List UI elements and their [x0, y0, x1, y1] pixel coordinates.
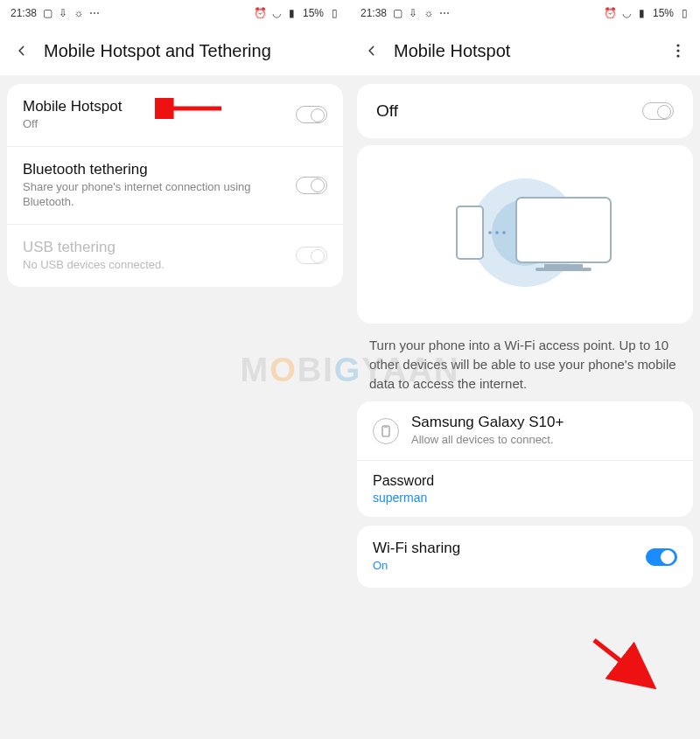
mobile-hotspot-row[interactable]: Mobile Hotspot Off — [7, 84, 343, 147]
chevron-left-icon — [16, 45, 28, 57]
screen-left: 21:38 ▢ ⇩ ☼ ⋯ ⏰ ◡ ▮ 15% ▯ Mobile Hotspot… — [0, 0, 350, 739]
svg-point-7 — [488, 231, 492, 234]
image-icon: ▢ — [392, 8, 402, 18]
battery-percent: 15% — [653, 7, 674, 19]
password-value: superman — [373, 491, 677, 505]
master-switch-row[interactable]: Off — [357, 84, 693, 138]
device-icon — [373, 418, 399, 444]
weather-icon: ☼ — [74, 8, 84, 18]
master-switch-toggle[interactable] — [642, 102, 674, 120]
row-subtitle: Share your phone's internet connection u… — [23, 180, 296, 210]
more-vert-icon — [676, 44, 680, 58]
svg-rect-6 — [457, 206, 483, 259]
download-icon: ⇩ — [408, 8, 418, 18]
weather-icon: ☼ — [424, 8, 434, 18]
wifi-icon: ◡ — [621, 8, 632, 18]
alarm-icon: ⏰ — [256, 8, 266, 18]
chevron-left-icon — [366, 45, 378, 57]
svg-line-14 — [594, 640, 649, 684]
row-title: Mobile Hotspot — [23, 98, 296, 115]
hotspot-description: Turn your phone into a Wi-Fi access poin… — [369, 336, 681, 393]
svg-rect-11 — [544, 264, 583, 268]
row-subtitle: On — [373, 559, 646, 574]
statusbar-time: 21:38 — [10, 7, 37, 19]
titlebar: Mobile Hotspot — [350, 26, 700, 75]
svg-point-3 — [676, 54, 679, 57]
battery-icon: ▯ — [679, 8, 690, 18]
more-icon: ⋯ — [439, 8, 450, 18]
mobile-hotspot-toggle[interactable] — [296, 106, 327, 123]
download-icon: ⇩ — [58, 8, 68, 18]
device-name: Samsung Galaxy S10+ — [411, 414, 677, 431]
settings-card: Mobile Hotspot Off Bluetooth tethering S… — [7, 84, 343, 287]
svg-point-1 — [676, 44, 679, 46]
annotation-arrow — [586, 632, 665, 695]
device-sub: Allow all devices to connect. — [411, 433, 677, 448]
battery-icon: ▯ — [329, 8, 340, 18]
statusbar: 21:38 ▢ ⇩ ☼ ⋯ ⏰ ◡ ▮ 15% ▯ — [350, 0, 700, 26]
svg-rect-12 — [536, 268, 592, 271]
bluetooth-tethering-toggle[interactable] — [296, 177, 327, 194]
back-button[interactable] — [14, 43, 30, 59]
page-title: Mobile Hotspot — [394, 41, 656, 61]
svg-rect-13 — [382, 426, 389, 436]
battery-percent: 15% — [303, 7, 324, 19]
wifi-sharing-row[interactable]: Wi-Fi sharing On — [357, 526, 693, 588]
statusbar: 21:38 ▢ ⇩ ☼ ⋯ ⏰ ◡ ▮ 15% ▯ — [0, 0, 350, 26]
alarm-icon: ⏰ — [606, 8, 616, 18]
screen-right: 21:38 ▢ ⇩ ☼ ⋯ ⏰ ◡ ▮ 15% ▯ Mobile Hotspot… — [350, 0, 700, 739]
row-title: Wi-Fi sharing — [373, 540, 646, 557]
back-button[interactable] — [364, 43, 380, 59]
row-title: Bluetooth tethering — [23, 161, 296, 178]
password-label: Password — [373, 473, 677, 489]
hotspot-illustration — [357, 145, 693, 324]
wifi-icon: ◡ — [271, 8, 282, 18]
signal-icon: ▮ — [287, 8, 298, 18]
svg-point-8 — [495, 231, 499, 234]
device-name-row[interactable]: Samsung Galaxy S10+ Allow all devices to… — [357, 401, 693, 461]
image-icon: ▢ — [42, 8, 52, 18]
bluetooth-tethering-row[interactable]: Bluetooth tethering Share your phone's i… — [7, 147, 343, 225]
row-subtitle: Off — [23, 117, 296, 132]
page-title: Mobile Hotspot and Tethering — [44, 41, 336, 61]
signal-icon: ▮ — [637, 8, 648, 18]
statusbar-time: 21:38 — [360, 7, 387, 19]
more-icon: ⋯ — [89, 8, 100, 18]
overflow-menu-button[interactable] — [670, 43, 686, 59]
svg-point-2 — [676, 49, 679, 52]
titlebar: Mobile Hotspot and Tethering — [0, 26, 350, 75]
master-switch-label: Off — [376, 101, 642, 121]
password-row[interactable]: Password superman — [357, 461, 693, 517]
usb-tethering-toggle — [296, 247, 327, 264]
usb-tethering-row: USB tethering No USB devices connected. — [7, 225, 343, 287]
config-card: Samsung Galaxy S10+ Allow all devices to… — [357, 401, 693, 517]
svg-point-9 — [502, 231, 506, 234]
row-title: USB tethering — [23, 239, 296, 256]
wifi-sharing-toggle[interactable] — [646, 548, 677, 566]
row-subtitle: No USB devices connected. — [23, 258, 296, 273]
svg-rect-10 — [516, 198, 611, 262]
wifi-sharing-card: Wi-Fi sharing On — [357, 526, 693, 588]
